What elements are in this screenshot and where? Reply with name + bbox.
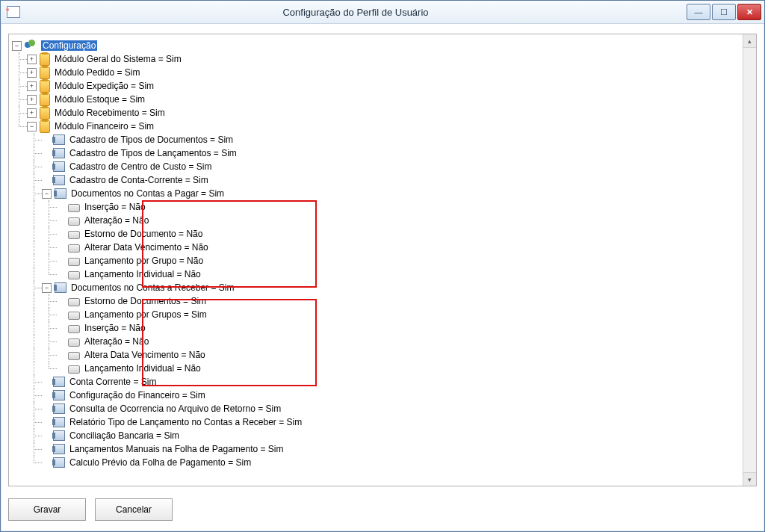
scroll-up-arrow[interactable]: ▴ — [743, 34, 756, 48]
toggle-spacer — [57, 203, 65, 211]
tree-item-label[interactable]: Configuração — [41, 40, 97, 51]
tree-item[interactable]: −Documentos no Contas a Pagar = Sim — [12, 187, 753, 200]
tree-item[interactable]: Consulta de Ocorrencia no Arquivo de Ret… — [12, 402, 753, 415]
leaf-icon — [68, 325, 80, 333]
tree-item-label[interactable]: Inserção = Não — [83, 202, 147, 212]
tree-scroll[interactable]: −Configuração+Módulo Geral do Sistema = … — [9, 34, 756, 486]
tree-leaf[interactable]: Altera Data Vencimento = Não — [12, 348, 753, 362]
doc-icon — [53, 417, 65, 427]
tree-item[interactable]: Relatório Tipo de Lançamento no Contas a… — [12, 415, 753, 429]
tree-leaf[interactable]: Alteração = Não — [12, 335, 753, 348]
tree-leaf[interactable]: Estorno de Documento = Não — [12, 227, 753, 241]
tree-item-label[interactable]: Calculo Prévio da Folha de Pagamento = S… — [68, 457, 253, 468]
tree-item[interactable]: Conciliação Bancaria = Sim — [12, 429, 753, 442]
tree-item-label[interactable]: Configuração do Financeiro = Sim — [68, 390, 207, 400]
tree-leaf[interactable]: Inserção = Não — [12, 200, 753, 214]
tree-root-node[interactable]: −Configuração — [12, 39, 753, 52]
expand-icon[interactable]: + — [27, 95, 37, 105]
scroll-down-arrow[interactable]: ▾ — [743, 472, 756, 486]
tree-leaf[interactable]: Lançamento por Grupos = Sim — [12, 308, 753, 321]
tree-leaf[interactable]: Lançamento Individual = Não — [12, 362, 753, 375]
toggle-spacer — [42, 405, 50, 413]
tree-item[interactable]: Cadastro de Centro de Custo = Sim — [12, 160, 753, 173]
tree-item-label[interactable]: Módulo Financeiro = Sim — [53, 121, 155, 132]
minimize-button[interactable]: — — [687, 4, 710, 20]
tree-item-label[interactable]: Módulo Recebimento = Sim — [53, 108, 167, 118]
toggle-spacer — [57, 244, 65, 252]
tree-item-label[interactable]: Inserção = Não — [83, 323, 147, 333]
collapse-icon[interactable]: − — [42, 283, 52, 293]
tree-item[interactable]: Cadastro de Tipos de Lançamentos = Sim — [12, 146, 753, 160]
tree-module[interactable]: −Módulo Financeiro = Sim — [12, 120, 753, 133]
tree-item-label[interactable]: Cadastro de Conta-Corrente = Sim — [68, 175, 210, 185]
tree-module[interactable]: +Módulo Pedido = Sim — [12, 66, 753, 79]
leaf-icon — [68, 365, 80, 374]
tree-item-label[interactable]: Cadastro de Tipos de Documentos = Sim — [68, 134, 235, 145]
mod-icon — [40, 107, 50, 120]
tree-item-label[interactable]: Cadastro de Centro de Custo = Sim — [68, 161, 213, 172]
cancel-button[interactable]: Cancelar — [95, 498, 173, 521]
tree-item-label[interactable]: Lançamentos Manuais na Folha de Pagament… — [68, 444, 285, 454]
toggle-spacer — [42, 136, 50, 144]
close-button[interactable]: ✕ — [737, 4, 761, 20]
tree-leaf[interactable]: Inserção = Não — [12, 321, 753, 335]
toggle-spacer — [57, 270, 65, 279]
expand-icon[interactable]: + — [27, 55, 37, 64]
toggle-spacer — [42, 392, 50, 400]
tree-module[interactable]: +Módulo Geral do Sistema = Sim — [12, 52, 753, 66]
tree-leaf[interactable]: Lançamento Individual = Não — [12, 267, 753, 281]
tree-item-label[interactable]: Módulo Expedição = Sim — [53, 81, 155, 91]
tree-item[interactable]: Cadastro de Conta-Corrente = Sim — [12, 173, 753, 187]
highlight-box-1 — [142, 200, 317, 288]
doc-icon — [53, 457, 65, 468]
toggle-spacer — [57, 230, 65, 238]
toggle-spacer — [57, 217, 65, 225]
doc-icon — [53, 161, 65, 172]
expand-icon[interactable]: + — [27, 81, 37, 91]
toggle-spacer — [57, 338, 65, 346]
tree-item-label[interactable]: Cadastro de Tipos de Lançamentos = Sim — [68, 148, 238, 158]
tree-item-label[interactable]: Relatório Tipo de Lançamento no Contas a… — [68, 417, 303, 427]
tree-leaf[interactable]: Alteração = Não — [12, 214, 753, 227]
collapse-icon[interactable]: − — [12, 41, 22, 51]
tree-item[interactable]: Calculo Prévio da Folha de Pagamento = S… — [12, 456, 753, 469]
tree-item-label[interactable]: Alteração = Não — [83, 215, 150, 226]
tree-item-label[interactable]: Documentos no Contas a Pagar = Sim — [69, 188, 226, 199]
tree-leaf[interactable]: Estorno de Documentos = Sim — [12, 294, 753, 308]
leaf-icon — [68, 244, 80, 253]
expand-icon[interactable]: + — [27, 68, 37, 78]
toggle-spacer — [42, 418, 50, 427]
app-icon — [7, 6, 20, 18]
tree-item-label[interactable]: Conciliação Bancaria = Sim — [68, 430, 181, 441]
tree-item-label[interactable]: Módulo Estoque = Sim — [53, 94, 146, 105]
tree-leaf[interactable]: Lançamento por Grupo = Não — [12, 254, 753, 267]
tree-item-label[interactable]: Módulo Geral do Sistema = Sim — [53, 54, 183, 64]
titlebar: Configuração do Perfil de Usuário — ☐ ✕ — [1, 1, 764, 24]
tree-item[interactable]: Conta Corrente = Sim — [12, 375, 753, 389]
tree-item[interactable]: −Documentos no Contas a Receber = Sim — [12, 281, 753, 294]
tree-module[interactable]: +Módulo Expedição = Sim — [12, 79, 753, 93]
tree-leaf[interactable]: Alterar Data Vencimento = Não — [12, 241, 753, 254]
doc-icon — [53, 134, 65, 145]
tree-item[interactable]: Lançamentos Manuais na Folha de Pagament… — [12, 442, 753, 456]
doc-icon — [53, 403, 65, 414]
tree-item-label[interactable]: Módulo Pedido = Sim — [53, 67, 141, 78]
doc-icon — [53, 444, 65, 454]
save-button[interactable]: Gravar — [8, 498, 86, 521]
toggle-spacer — [57, 365, 65, 373]
tree-item[interactable]: Cadastro de Tipos de Documentos = Sim — [12, 133, 753, 146]
leaf-icon — [68, 352, 80, 360]
tree-item-label[interactable]: Alteração = Não — [83, 336, 150, 347]
tree-item-label[interactable]: Consulta de Ocorrencia no Arquivo de Ret… — [68, 403, 282, 414]
doc-icon — [53, 430, 65, 441]
tree-module[interactable]: +Módulo Recebimento = Sim — [12, 106, 753, 120]
tree-root: −Configuração+Módulo Geral do Sistema = … — [12, 39, 753, 469]
tree-module[interactable]: +Módulo Estoque = Sim — [12, 93, 753, 106]
expand-icon[interactable]: + — [27, 108, 37, 118]
maximize-button[interactable]: ☐ — [712, 4, 736, 20]
highlight-box-2 — [142, 299, 317, 386]
collapse-icon[interactable]: − — [42, 189, 52, 199]
collapse-icon[interactable]: − — [27, 122, 37, 132]
vertical-scrollbar[interactable]: ▴ ▾ — [743, 34, 756, 486]
tree-item[interactable]: Configuração do Financeiro = Sim — [12, 389, 753, 402]
